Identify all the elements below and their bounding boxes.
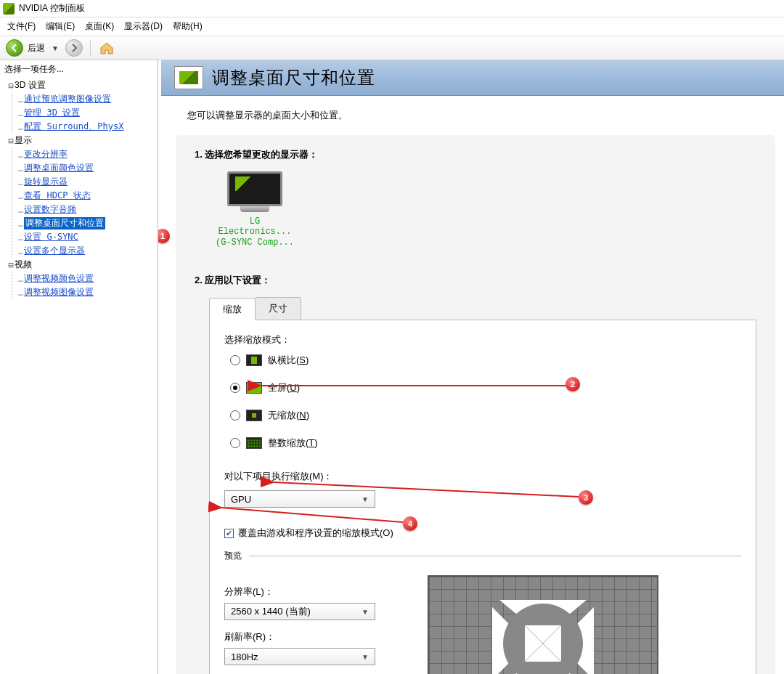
page-title: 调整桌面尺寸和位置 [212,66,375,89]
resolution-select[interactable]: 2560 x 1440 (当前) ▼ [224,603,375,620]
sidebar-item-gsync[interactable]: 设置 G-SYNC [24,231,78,243]
scaling-mode-label: 选择缩放模式： [224,333,741,346]
radio-fullscreen[interactable] [230,383,240,393]
monitor-item[interactable]: LG Electronics... (G-SYNC Comp... [215,171,295,248]
refresh-label: 刷新率(R)： [224,630,384,643]
step1-label: 1. 选择您希望更改的显示器： [195,148,756,161]
preview-graphic-icon [485,593,601,674]
menu-desktop[interactable]: 桌面(K) [81,19,118,34]
back-button[interactable] [6,39,23,57]
step2-label: 2. 应用以下设置： [195,274,756,287]
toolbar-separator [90,40,91,56]
radio-noscaling[interactable] [230,410,240,421]
sidebar-item-multi-display[interactable]: 设置多个显示器 [24,245,85,257]
resolution-label: 分辨率(L)： [224,585,384,598]
back-label: 后退 [28,42,45,54]
title-bar: NVIDIA 控制面板 [0,0,784,17]
sidebar-item-rotate-display[interactable]: 旋转显示器 [24,176,68,188]
radio-noscaling-label: 无缩放(N) [268,409,309,422]
annotation-badge-3: 3 [579,490,593,505]
refresh-value: 180Hz [231,651,258,662]
menu-file[interactable]: 文件(F) [3,19,40,34]
chevron-down-icon: ▼ [362,608,369,616]
tree-group-display: 显示 [15,134,32,147]
chevron-down-icon: ▼ [362,653,369,661]
radio-aspect-label: 纵横比(S) [268,354,309,367]
settings-panel: 1. 选择您希望更改的显示器： LG Electronics... (G-SYN… [176,135,775,674]
sidebar-item-surround-physx[interactable]: 配置 Surround、PhysX [24,121,123,133]
sidebar-item-video-color[interactable]: 调整视频颜色设置 [24,272,94,285]
toolbar: 后退 ▼ [0,36,784,60]
nvidia-logo-icon [3,3,15,15]
integer-icon [246,437,262,449]
sidebar-item-digital-audio[interactable]: 设置数字音频 [24,203,76,216]
back-history-dropdown[interactable]: ▼ [49,44,61,52]
menu-edit[interactable]: 编辑(E) [41,19,79,34]
sidebar-item-change-resolution[interactable]: 更改分辨率 [24,148,68,161]
menu-bar: 文件(F) 编辑(E) 桌面(K) 显示器(D) 帮助(H) [0,17,784,36]
radio-fullscreen-label: 全屏(U) [268,381,300,394]
sidebar-item-video-image[interactable]: 调整视频图像设置 [24,286,94,299]
refresh-select[interactable]: 180Hz ▼ [224,648,375,665]
tree-group-3d: 3D 设置 [15,79,46,92]
radio-aspect[interactable] [230,355,240,365]
monitor-label: LG Electronics... (G-SYNC Comp... [215,216,295,248]
tab-size[interactable]: 尺寸 [255,297,301,320]
tree-toggle-display[interactable]: ⊟ [7,136,15,146]
sidebar-item-hdcp-status[interactable]: 查看 HDCP 状态 [24,190,90,202]
override-checkbox[interactable]: ✔ [224,529,234,538]
tree-group-video: 视频 [15,259,32,271]
sidebar-item-manage-3d[interactable]: 管理 3D 设置 [24,107,80,119]
annotation-arrow-1 [158,195,166,238]
fullscreen-icon [246,382,262,394]
perform-scaling-label: 对以下项目执行缩放(M)： [224,470,741,483]
monitor-stand-icon [240,206,269,212]
page-header: 调整桌面尺寸和位置 [161,60,784,96]
override-label: 覆盖由游戏和程序设置的缩放模式(O) [238,527,393,540]
tab-body-scaling: 选择缩放模式： 纵横比(S) 全屏(U) [209,320,756,674]
task-sidebar: 选择一项任务... ⊟ 3D 设置 …通过预览调整图像设置 …管理 3D 设置 … [0,60,158,674]
sidebar-item-preview-image[interactable]: 通过预览调整图像设置 [24,93,111,105]
noscaling-icon [246,410,262,421]
tree-toggle-video[interactable]: ⊟ [7,260,15,270]
menu-display[interactable]: 显示器(D) [120,19,167,34]
preview-label: 预览 [224,550,242,562]
chevron-down-icon: ▼ [362,495,369,503]
scaling-mode-group: 纵横比(S) 全屏(U) 无缩放(N) [230,354,741,450]
preview-box [428,575,658,674]
monitor-icon [227,171,282,206]
tabs: 缩放 尺寸 [209,297,756,320]
tab-scaling[interactable]: 缩放 [209,298,256,320]
home-button[interactable] [98,39,115,57]
resolution-value: 2560 x 1440 (当前) [231,605,311,618]
sidebar-item-desktop-size-position[interactable]: 调整桌面尺寸和位置 [24,217,105,230]
sidebar-item-desktop-color[interactable]: 调整桌面颜色设置 [24,162,94,174]
sidebar-header: 选择一项任务... [0,60,158,78]
task-tree: ⊟ 3D 设置 …通过预览调整图像设置 …管理 3D 设置 …配置 Surrou… [0,78,158,305]
page-header-icon [174,66,203,89]
radio-integer[interactable] [230,438,240,448]
preview-separator [249,556,741,556]
menu-help[interactable]: 帮助(H) [168,19,207,34]
aspect-icon [246,354,262,366]
perform-scaling-value: GPU [231,494,251,505]
content-pane: 调整桌面尺寸和位置 您可以调整显示器的桌面大小和位置。 1. 选择您希望更改的显… [158,60,784,674]
window-title: NVIDIA 控制面板 [19,2,85,15]
tree-toggle-3d[interactable]: ⊟ [7,81,15,91]
radio-integer-label: 整数缩放(T) [268,437,318,450]
svg-line-13 [221,508,403,522]
annotation-badge-1: 1 [158,229,170,243]
page-description: 您可以调整显示器的桌面大小和位置。 [158,96,784,135]
forward-button[interactable] [65,39,83,57]
perform-scaling-select[interactable]: GPU ▼ [224,490,375,508]
